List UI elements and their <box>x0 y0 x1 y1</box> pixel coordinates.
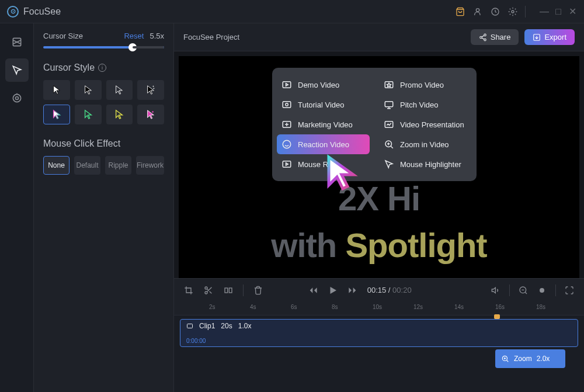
effect-none[interactable]: None <box>43 156 69 175</box>
effect-ripple[interactable]: Ripple <box>105 156 131 175</box>
ruler-tick: 6s <box>291 304 297 310</box>
ruler-tick: 16s <box>495 304 505 310</box>
playhead[interactable] <box>496 315 498 319</box>
preview-text-1: 2X Hi <box>179 179 579 218</box>
maximize-button[interactable]: □ <box>554 7 563 16</box>
svg-point-8 <box>152 111 154 113</box>
close-button[interactable]: ✕ <box>568 7 577 16</box>
zoom-label: Zoom <box>514 355 532 363</box>
timeline-toolbar: 00:15 / 00:20 <box>174 278 584 301</box>
app-name: FocuSee <box>23 6 61 17</box>
tool-cursor-icon[interactable] <box>5 58 29 82</box>
volume-icon[interactable] <box>491 285 501 296</box>
svg-point-16 <box>286 103 288 106</box>
forward-icon[interactable] <box>347 285 358 296</box>
cursor-style-green[interactable] <box>75 105 102 124</box>
effect-default[interactable]: Default <box>74 156 100 175</box>
clip-icon <box>186 322 193 329</box>
menu-promo-video[interactable]: Promo Video <box>374 75 477 95</box>
user-icon[interactable] <box>472 6 483 17</box>
timeline-ruler[interactable]: 2s 4s 6s 8s 10s 12s 14s 16s 18s <box>174 301 584 315</box>
tool-layers-icon[interactable] <box>5 30 29 54</box>
minimize-button[interactable]: — <box>540 7 549 16</box>
info-icon[interactable]: i <box>98 64 106 72</box>
svg-rect-22 <box>283 161 291 168</box>
menu-zoom-video[interactable]: Zoom in Video <box>374 134 477 154</box>
cursor-size-value: 5.5x <box>150 32 164 40</box>
cursor-style-black[interactable] <box>75 80 102 100</box>
zoom-track-icon <box>501 355 509 363</box>
cursor-style-default[interactable] <box>43 80 70 100</box>
fit-icon[interactable] <box>564 285 575 296</box>
click-effect-label: Mouse Click Effect <box>43 138 120 149</box>
large-cursor-icon <box>322 152 363 193</box>
svg-point-20 <box>283 140 291 148</box>
tool-camera-icon[interactable] <box>5 86 29 110</box>
cursor-style-gradient[interactable] <box>43 105 70 124</box>
cursor-panel: Cursor Size Reset 5.5x Cursor Style i Mo… <box>34 23 174 392</box>
crop-icon[interactable] <box>183 285 194 296</box>
face-icon <box>281 139 292 150</box>
tool-sidebar <box>0 23 34 392</box>
menu-pitch-video[interactable]: Pitch Video <box>374 95 477 115</box>
highlight-icon <box>384 159 394 169</box>
svg-point-5 <box>15 97 18 100</box>
cursor-style-pink[interactable] <box>137 105 164 124</box>
cursor-style-outline[interactable] <box>106 80 133 100</box>
menu-marketing-video[interactable]: Marketing Video <box>272 115 374 134</box>
reset-link[interactable]: Reset <box>124 32 144 40</box>
svg-point-9 <box>484 34 486 36</box>
history-icon[interactable] <box>490 6 500 17</box>
share-button[interactable]: Share <box>471 29 519 45</box>
preview-text-2: with Spotlight <box>179 226 579 265</box>
video-icon <box>281 79 292 90</box>
ruler-tick: 4s <box>250 304 256 310</box>
svg-rect-29 <box>187 324 193 328</box>
svg-point-24 <box>205 292 207 294</box>
play-icon[interactable] <box>328 285 338 296</box>
zoom-track[interactable]: Zoom 2.0x <box>495 349 565 368</box>
zoom-out-icon[interactable] <box>518 285 529 296</box>
video-type-menu: Demo Video Promo Video Tutorial Video Pi… <box>272 68 477 181</box>
svg-point-23 <box>205 287 207 289</box>
menu-tutorial-video[interactable]: Tutorial Video <box>272 95 374 115</box>
book-icon <box>281 99 292 110</box>
slider-thumb[interactable] <box>128 43 137 51</box>
megaphone-icon <box>281 119 292 130</box>
svg-point-10 <box>479 36 482 39</box>
zoom-icon <box>384 139 394 150</box>
presentation-icon <box>384 99 394 110</box>
cut-icon[interactable] <box>203 285 214 296</box>
rewind-icon[interactable] <box>308 285 318 296</box>
svg-point-2 <box>512 11 514 13</box>
ruler-tick: 18s <box>536 304 545 310</box>
svg-rect-26 <box>229 288 232 293</box>
zoom-level-icon[interactable] <box>537 285 547 296</box>
cursor-style-sparkle[interactable] <box>137 80 164 100</box>
export-button[interactable]: Export <box>524 29 575 45</box>
clip-track[interactable]: Clip1 20s 1.0x 0:00:00 <box>180 319 578 347</box>
timeline[interactable]: 2s 4s 6s 8s 10s 12s 14s 16s 18s Clip1 20… <box>174 301 584 392</box>
cursor-size-label: Cursor Size <box>43 32 83 40</box>
menu-video-presentation[interactable]: Video Presentation <box>374 115 477 134</box>
cursor-style-label: Cursor Style <box>43 63 95 73</box>
svg-rect-15 <box>283 102 291 108</box>
cart-icon[interactable] <box>455 6 465 17</box>
delete-icon[interactable] <box>253 285 263 296</box>
clip-label: Clip1 20s 1.0x <box>186 322 251 330</box>
ruler-tick: 12s <box>413 304 423 310</box>
svg-point-7 <box>154 88 155 89</box>
menu-mouse-highlighter[interactable]: Mouse Highlighter <box>374 154 477 174</box>
menu-demo-video[interactable]: Demo Video <box>272 75 374 95</box>
settings-icon[interactable] <box>507 6 518 17</box>
effect-firework[interactable]: Firework <box>136 156 164 175</box>
chart-icon <box>384 119 394 130</box>
cursor-style-yellow[interactable] <box>106 105 133 124</box>
menu-reaction-video[interactable]: Reaction Video <box>277 134 370 154</box>
split-icon[interactable] <box>223 285 234 296</box>
zoom-value: 2.0x <box>537 355 550 363</box>
svg-point-6 <box>153 86 154 87</box>
cursor-size-slider[interactable] <box>43 46 164 48</box>
time-display: 00:15 / 00:20 <box>367 286 412 294</box>
project-name: FocuSee Project <box>183 33 239 41</box>
